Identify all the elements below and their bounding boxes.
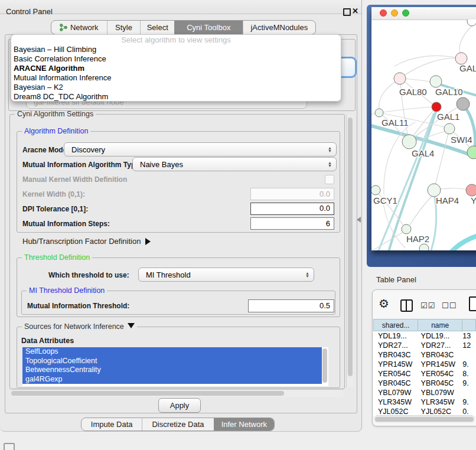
dpi-tolerance-label: DPI Tolerance [0,1]: bbox=[22, 205, 88, 213]
settings-vscrollbar-thumb[interactable] bbox=[348, 118, 353, 376]
attributes-scrollbar-thumb[interactable] bbox=[322, 348, 327, 383]
data-attribute-item[interactable]: gal4RGexp bbox=[22, 375, 322, 384]
table-hscrollbar-thumb[interactable] bbox=[375, 417, 474, 422]
network-node[interactable] bbox=[467, 19, 476, 26]
network-view-titlebar[interactable] bbox=[371, 7, 476, 20]
algorithm-option[interactable]: Mutual Information Inference bbox=[11, 73, 341, 83]
sources-group-title[interactable]: Sources for Network Inference bbox=[22, 322, 137, 331]
network-node[interactable] bbox=[402, 135, 416, 149]
network-node[interactable] bbox=[371, 185, 380, 195]
splitpane-collapse-arrow[interactable] bbox=[357, 217, 361, 223]
network-edge[interactable] bbox=[429, 197, 436, 250]
tab-infer-network[interactable]: Infer Network bbox=[214, 418, 274, 431]
network-node[interactable] bbox=[444, 123, 455, 134]
network-node[interactable] bbox=[428, 184, 441, 197]
network-edge[interactable] bbox=[379, 107, 432, 113]
network-edge[interactable] bbox=[410, 195, 433, 225]
network-node[interactable] bbox=[394, 73, 406, 84]
settings-vscrollbar[interactable] bbox=[346, 115, 354, 387]
network-edge[interactable] bbox=[395, 56, 461, 66]
network-edge[interactable] bbox=[441, 188, 467, 190]
network-canvas[interactable]: GAL7GAL80GAL10GAL11GAL1SWI4GAL4GCY1HAP4Y… bbox=[371, 19, 476, 250]
mi-steps-field[interactable]: 6 bbox=[250, 217, 334, 230]
kernel-width-field[interactable]: 0.0 bbox=[250, 188, 334, 200]
mi-type-value: Naive Bayes bbox=[140, 160, 183, 169]
aracne-mode-combo[interactable]: Discovery ▲▼ bbox=[64, 142, 337, 156]
network-edge[interactable] bbox=[400, 58, 461, 79]
algorithm-option[interactable]: Basic Correlation Inference bbox=[11, 54, 341, 64]
aracne-mode-value: Discovery bbox=[71, 145, 105, 154]
network-node[interactable] bbox=[455, 53, 467, 64]
network-node[interactable] bbox=[466, 184, 476, 196]
column-header-3[interactable] bbox=[462, 319, 475, 331]
network-node[interactable] bbox=[430, 76, 442, 87]
mi-type-combo[interactable]: Naive Bayes ▲▼ bbox=[132, 157, 337, 171]
table-row[interactable]: YER054CYER054C8. bbox=[373, 369, 476, 379]
column-header-shared-name[interactable]: shared... bbox=[374, 319, 418, 331]
data-attribute-item[interactable]: SelfLoops bbox=[22, 347, 322, 357]
network-node[interactable] bbox=[402, 224, 411, 234]
table-cell: 13 bbox=[459, 331, 476, 341]
network-node[interactable] bbox=[467, 146, 476, 159]
close-traffic-light-icon[interactable] bbox=[380, 9, 387, 17]
zoom-traffic-light-icon[interactable] bbox=[402, 9, 409, 17]
algorithm-option[interactable]: ARACNE Algorithm bbox=[11, 64, 341, 73]
tab-network[interactable]: Network bbox=[51, 21, 107, 34]
table-row[interactable]: YBR045CYBR045C9. bbox=[373, 379, 476, 388]
table-row[interactable]: YBL079WYBL079W bbox=[373, 388, 476, 397]
select-all-columns-icon[interactable]: ☑☑ bbox=[420, 301, 435, 310]
minimize-traffic-light-icon[interactable] bbox=[391, 9, 398, 17]
dpi-tolerance-field[interactable]: 0.0 bbox=[250, 203, 334, 215]
table-row[interactable]: YDL19...YDL19...13 bbox=[373, 331, 476, 341]
network-edge[interactable] bbox=[435, 133, 448, 185]
data-attributes-label: Data Attributes bbox=[21, 337, 74, 345]
table-row[interactable]: YDR27...YDR27...12 bbox=[373, 341, 476, 350]
algorithm-option[interactable]: Bayesian – Hill Climbing bbox=[11, 45, 341, 54]
tab-cyni-toolbox[interactable]: Cyni Toolbox bbox=[174, 21, 242, 34]
network-node[interactable] bbox=[419, 244, 429, 250]
table-cell: YDR27... bbox=[373, 341, 416, 350]
algorithm-definition-title: Algorithm Definition bbox=[22, 127, 90, 135]
columns-icon[interactable] bbox=[400, 299, 413, 312]
table-row[interactable]: YPR145WYPR145W9. bbox=[373, 360, 476, 369]
network-edge[interactable] bbox=[442, 235, 476, 250]
network-node[interactable] bbox=[375, 109, 383, 117]
data-attributes-list[interactable]: SelfLoopsTopologicalCoefficientBetweenne… bbox=[22, 347, 328, 386]
network-edge[interactable] bbox=[463, 105, 475, 152]
tab-style[interactable]: Style bbox=[107, 21, 141, 34]
hub-definition-label: Hub/Transcription Factor Definition bbox=[22, 237, 141, 246]
tab-cyni-toolbox-label: Cyni Toolbox bbox=[187, 23, 230, 32]
tab-discretize-data-label: Discretize Data bbox=[152, 420, 204, 429]
network-edge[interactable] bbox=[459, 26, 472, 53]
apply-button[interactable]: Apply bbox=[158, 398, 201, 413]
network-node[interactable] bbox=[457, 97, 470, 110]
table-hscrollbar[interactable] bbox=[374, 415, 475, 423]
algorithm-option[interactable]: Dream8 DC_TDC Algorithm bbox=[11, 92, 341, 102]
float-window-icon[interactable] bbox=[343, 8, 351, 16]
table-row[interactable]: YLR345WYLR345W9. bbox=[373, 397, 476, 407]
mi-threshold-field[interactable]: 0.5 bbox=[248, 299, 334, 312]
manual-kernel-checkbox[interactable] bbox=[325, 175, 334, 184]
algorithm-option[interactable]: Bayesian – K2 bbox=[11, 83, 341, 92]
tab-discretize-data[interactable]: Discretize Data bbox=[142, 418, 213, 431]
new-table-icon[interactable] bbox=[469, 296, 476, 311]
minimized-window-icon[interactable] bbox=[4, 443, 15, 450]
tab-impute-data[interactable]: Impute Data bbox=[81, 418, 142, 431]
data-attribute-item[interactable]: BetweennessCentrality bbox=[22, 366, 322, 375]
mi-threshold-group-title: MI Threshold Definition bbox=[27, 286, 107, 295]
network-node[interactable] bbox=[432, 102, 441, 112]
which-threshold-combo[interactable]: MI Threshold ▲▼ bbox=[138, 268, 314, 282]
close-icon[interactable]: ✕ bbox=[352, 6, 358, 15]
gear-icon[interactable]: ⚙ bbox=[379, 298, 389, 309]
data-attribute-item[interactable]: TopologicalCoefficient bbox=[22, 357, 322, 366]
settings-hscrollbar[interactable] bbox=[10, 389, 344, 397]
table-row[interactable]: YBR043CYBR043C bbox=[373, 350, 476, 360]
tab-jactivemnodules[interactable]: jActiveMNodules bbox=[243, 21, 315, 34]
control-panel-titlebar[interactable] bbox=[0, 0, 361, 14]
tab-select[interactable]: Select bbox=[140, 21, 174, 34]
deselect-all-columns-icon[interactable]: ☐☐ bbox=[442, 301, 457, 310]
settings-hscrollbar-thumb[interactable] bbox=[11, 391, 284, 396]
column-header-name[interactable]: name bbox=[418, 319, 462, 331]
network-node-label: HAP4 bbox=[436, 195, 459, 206]
hub-definition-toggle[interactable]: Hub/Transcription Factor Definition bbox=[22, 237, 151, 246]
